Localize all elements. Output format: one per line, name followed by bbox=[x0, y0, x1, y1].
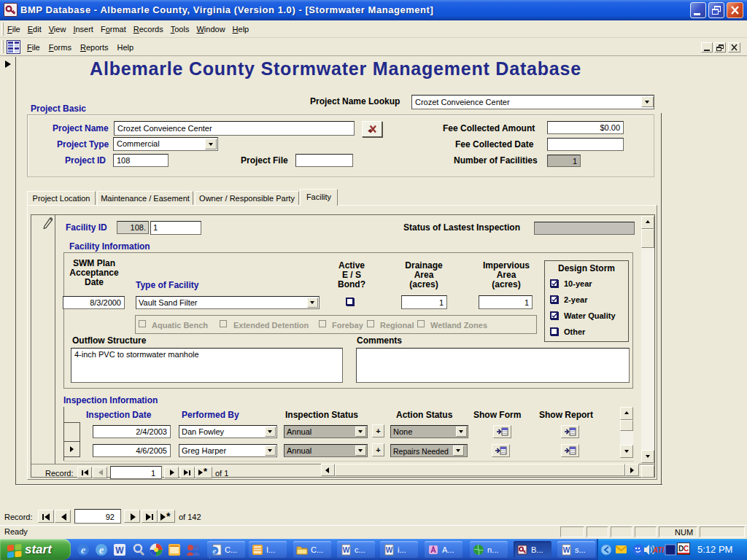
svg-text:e: e bbox=[99, 544, 104, 556]
svg-text:W: W bbox=[563, 546, 570, 554]
svg-text:W: W bbox=[115, 545, 124, 556]
svg-text:e: e bbox=[81, 544, 86, 556]
svg-text:e: e bbox=[213, 546, 217, 555]
svg-text:W: W bbox=[343, 546, 350, 554]
svg-text:W: W bbox=[386, 546, 393, 554]
svg-text:C: C bbox=[684, 545, 689, 553]
svg-text:ATI: ATI bbox=[652, 546, 665, 554]
